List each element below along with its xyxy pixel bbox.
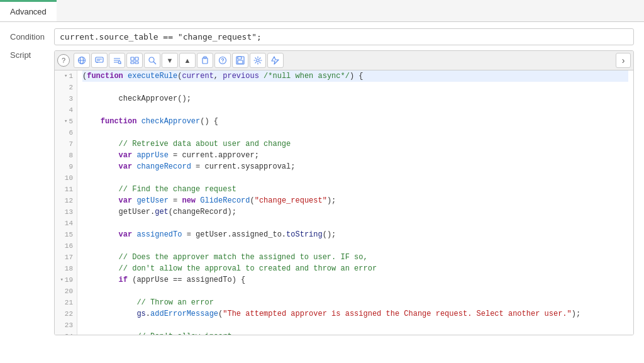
code-line-19: if (apprUse == assignedTo) { bbox=[82, 274, 628, 286]
code-line-24: // Don't allow insert bbox=[82, 331, 628, 335]
code-line-14 bbox=[82, 218, 628, 229]
code-line-1: (function executeRule(current, previous … bbox=[82, 70, 628, 82]
svg-rect-23 bbox=[238, 60, 243, 64]
svg-point-15 bbox=[149, 57, 154, 62]
list-button[interactable] bbox=[109, 53, 125, 68]
svg-point-24 bbox=[257, 59, 259, 62]
globe-button[interactable] bbox=[74, 53, 90, 68]
condition-row: Condition bbox=[10, 28, 634, 45]
script-container: ? bbox=[54, 50, 634, 335]
svg-line-16 bbox=[153, 62, 156, 64]
code-line-9: var changeRecord = current.sysapproval; bbox=[82, 161, 628, 172]
code-line-8: var apprUse = current.approver; bbox=[82, 150, 628, 161]
expand-button[interactable]: › bbox=[616, 53, 631, 68]
line-numbers: ▾1 2 3 4 ▾5 6 7 8 9 10 11 12 13 14 15 16 bbox=[55, 70, 77, 335]
help-button[interactable]: ? bbox=[57, 54, 70, 67]
code-line-10 bbox=[82, 172, 628, 184]
comment-button[interactable] bbox=[91, 53, 108, 68]
code-line-16 bbox=[82, 240, 628, 252]
svg-rect-12 bbox=[135, 57, 138, 60]
condition-label: Condition bbox=[10, 32, 54, 42]
code-line-18: // don't allow the approval to created a… bbox=[82, 263, 628, 274]
code-line-11: // Find the change request bbox=[82, 184, 628, 195]
code-line-12: var getUser = new GlideRecord("change_re… bbox=[82, 195, 628, 206]
form-area: Condition Script ? bbox=[0, 22, 644, 347]
script-label: Script bbox=[10, 50, 54, 60]
svg-point-9 bbox=[118, 61, 121, 64]
code-line-5: function checkApprover() { bbox=[82, 116, 628, 127]
gear-button[interactable] bbox=[250, 53, 266, 68]
svg-point-20 bbox=[222, 62, 223, 62]
format-button[interactable] bbox=[126, 53, 143, 68]
code-line-4 bbox=[82, 104, 628, 116]
script-row: Script ? bbox=[10, 50, 634, 335]
svg-line-10 bbox=[120, 63, 121, 64]
svg-rect-22 bbox=[238, 57, 242, 59]
code-line-23 bbox=[82, 320, 628, 331]
code-line-7: // Retreive data about user and change bbox=[82, 138, 628, 150]
code-line-13: getUser.get(changeRecord); bbox=[82, 206, 628, 218]
code-line-15: var assignedTo = getUser.assigned_to.toS… bbox=[82, 229, 628, 240]
code-line-3: checkApprover(); bbox=[82, 93, 628, 104]
code-area: ▾1 2 3 4 ▾5 6 7 8 9 10 11 12 13 14 15 16 bbox=[55, 70, 633, 335]
question-button[interactable] bbox=[214, 53, 231, 68]
code-line-6 bbox=[82, 127, 628, 138]
dropdown-button[interactable]: ▼ bbox=[162, 53, 178, 68]
condition-input[interactable] bbox=[54, 28, 634, 45]
search-button[interactable] bbox=[144, 53, 160, 68]
code-lines: (function executeRule(current, previous … bbox=[77, 70, 633, 335]
clipboard-button[interactable] bbox=[197, 53, 213, 68]
script-toolbar: ? bbox=[55, 51, 633, 70]
tab-bar: Advanced bbox=[0, 0, 644, 22]
code-line-17: // Does the approver match the assigned … bbox=[82, 252, 628, 263]
svg-rect-11 bbox=[131, 57, 134, 60]
svg-rect-13 bbox=[131, 62, 134, 64]
code-line-22: gs.addErrorMessage("The attempted approv… bbox=[82, 308, 628, 320]
code-line-2 bbox=[82, 82, 628, 93]
code-line-20 bbox=[82, 286, 628, 297]
tab-advanced[interactable]: Advanced bbox=[0, 0, 57, 21]
svg-rect-14 bbox=[135, 62, 138, 64]
code-line-21: // Throw an error bbox=[82, 297, 628, 308]
lightning-button[interactable] bbox=[267, 53, 284, 68]
up-button[interactable]: ▲ bbox=[179, 53, 196, 68]
svg-rect-3 bbox=[96, 57, 103, 62]
save-button[interactable] bbox=[232, 53, 248, 68]
